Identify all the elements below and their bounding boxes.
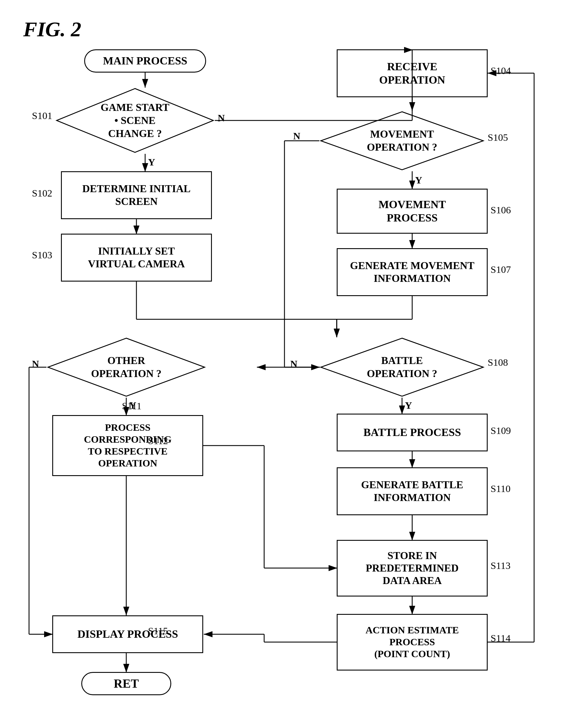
s106-label: S106 — [491, 205, 511, 216]
s107-node: GENERATE MOVEMENT INFORMATION — [337, 248, 488, 296]
page-title: FIG. 2 — [23, 18, 81, 42]
s103-label: S103 — [32, 250, 52, 261]
s110-label: S110 — [491, 483, 510, 494]
s115-label: S115 — [148, 626, 168, 636]
s101-n-label: N — [218, 113, 225, 124]
s106-node: MOVEMENT PROCESS — [337, 189, 488, 234]
s103-node: INITIALLY SET VIRTUAL CAMERA — [61, 234, 212, 282]
s113-node: STORE IN PREDETERMINED DATA AREA — [337, 540, 488, 597]
s102-node: DETERMINE INITIAL SCREEN — [61, 171, 212, 219]
s101-diamond: GAME START • SCENE CHANGE ? — [55, 87, 215, 154]
s101-label: S101 — [32, 110, 52, 121]
s112-node: PROCESS CORRESPONDING TO RESPECTIVE OPER… — [52, 415, 203, 476]
s104-label: S104 — [491, 65, 511, 76]
s109-label: S109 — [491, 425, 511, 436]
s108-n-label: N — [290, 359, 297, 369]
s107-label: S107 — [491, 264, 511, 275]
s105-diamond: MOVEMENT OPERATION ? — [319, 110, 485, 171]
s108-label: S108 — [488, 357, 508, 368]
s111-n-label: N — [32, 359, 39, 369]
s114-label: S114 — [491, 633, 510, 644]
s110-node: GENERATE BATTLE INFORMATION — [337, 467, 488, 515]
s113-label: S113 — [491, 560, 510, 571]
s115-node: DISPLAY PROCESS — [52, 615, 203, 653]
s102-label: S102 — [32, 188, 52, 199]
s108-y-label: Y — [405, 400, 412, 411]
s114-node: ACTION ESTIMATE PROCESS (POINT COUNT) — [337, 614, 488, 671]
main-process-node: MAIN PROCESS — [84, 49, 206, 73]
s105-label: S105 — [488, 132, 508, 143]
s105-n-label: N — [293, 131, 300, 142]
s104-node: RECEIVE OPERATION — [337, 49, 488, 97]
s112-label: S112 — [148, 435, 168, 446]
s111-diamond: OTHER OPERATION ? — [47, 337, 206, 398]
s105-y-label: Y — [415, 175, 422, 186]
s109-node: BATTLE PROCESS — [337, 414, 488, 451]
s108-diamond: BATTLE OPERATION ? — [319, 337, 485, 398]
ret-node: RET — [81, 672, 171, 695]
s111-step-label: S111 — [122, 400, 141, 412]
s101-y-label: Y — [148, 157, 155, 168]
